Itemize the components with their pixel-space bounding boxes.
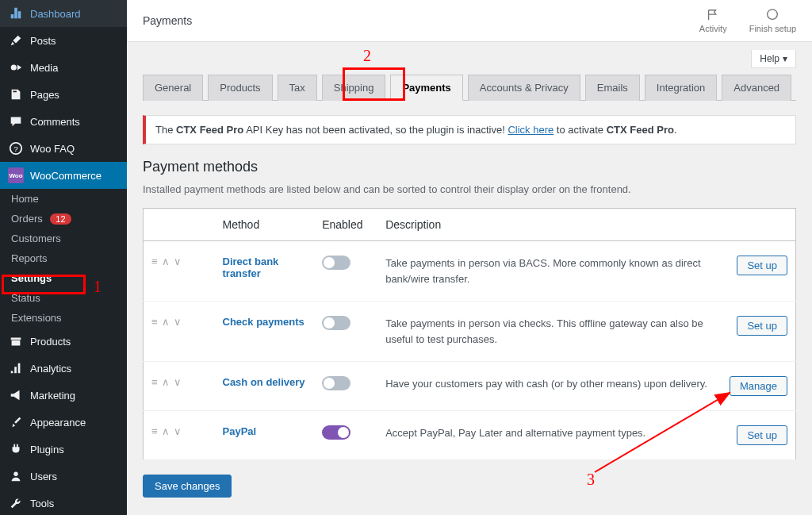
media-icon <box>8 60 24 75</box>
sidebar-label: Marketing <box>30 390 75 402</box>
payment-method-link[interactable]: Cash on delivery <box>223 376 305 388</box>
sidebar-label: Tools <box>30 498 54 509</box>
sidebar-item-plugins[interactable]: Plugins <box>0 436 127 463</box>
payment-method-link[interactable]: PayPal <box>223 425 257 437</box>
sidebar-sub-reports[interactable]: Reports <box>0 248 127 268</box>
tab-products[interactable]: Products <box>208 75 272 101</box>
move-up-icon[interactable]: ∧ <box>162 316 170 328</box>
enabled-toggle[interactable] <box>322 425 350 440</box>
sidebar-item-dashboard[interactable]: Dashboard <box>0 0 127 27</box>
sidebar-item-posts[interactable]: Posts <box>0 27 127 54</box>
col-method: Method <box>215 209 315 241</box>
help-icon: ? <box>8 140 24 156</box>
sidebar-sub-extensions[interactable]: Extensions <box>0 308 127 328</box>
pin-icon <box>8 33 24 48</box>
move-down-icon[interactable]: ∨ <box>174 256 182 267</box>
sidebar-sub-customers[interactable]: Customers <box>0 229 127 248</box>
chevron-down-icon: ▾ <box>783 53 787 64</box>
section-title: Payment methods <box>143 159 796 175</box>
sidebar-item-comments[interactable]: Comments <box>0 108 127 135</box>
move-up-icon[interactable]: ∧ <box>162 425 170 437</box>
sidebar-label: WooCommerce <box>30 170 102 182</box>
sidebar-sub-orders[interactable]: Orders 12 <box>0 209 127 229</box>
sidebar-item-analytics[interactable]: Analytics <box>0 355 127 382</box>
sidebar-item-users[interactable]: Users <box>0 463 127 490</box>
drag-handle-icon[interactable]: ≡ <box>151 425 158 437</box>
save-changes-button[interactable]: Save changes <box>143 475 232 498</box>
move-up-icon[interactable]: ∧ <box>162 376 170 388</box>
tab-advanced[interactable]: Advanced <box>722 75 791 101</box>
enabled-toggle[interactable] <box>322 256 350 270</box>
megaphone-icon <box>8 387 24 403</box>
activity-button[interactable]: Activity <box>699 8 727 33</box>
notice-link[interactable]: Click here <box>508 124 553 136</box>
notice-text: API Key has not been activated, so the p… <box>243 124 508 136</box>
svg-text:?: ? <box>13 144 18 153</box>
tab-emails[interactable]: Emails <box>585 75 640 101</box>
method-action-button[interactable]: Set up <box>737 256 787 275</box>
sidebar-item-products[interactable]: Products <box>0 328 127 355</box>
move-down-icon[interactable]: ∨ <box>174 425 182 437</box>
sidebar-item-marketing[interactable]: Marketing <box>0 382 127 409</box>
sidebar-item-woofaq[interactable]: ? Woo FAQ <box>0 135 127 162</box>
activation-notice: The CTX Feed Pro API Key has not been ac… <box>143 115 796 144</box>
finish-setup-button[interactable]: Finish setup <box>749 8 796 33</box>
enabled-toggle[interactable] <box>322 316 350 330</box>
method-description: Have your customers pay with cash (or by… <box>377 362 722 411</box>
method-action-button[interactable]: Manage <box>730 376 787 396</box>
table-row: ≡∧∨PayPalAccept PayPal, Pay Later and al… <box>144 411 796 460</box>
user-icon <box>8 468 24 484</box>
svg-point-0 <box>11 64 17 70</box>
notice-text: to activate <box>553 124 606 136</box>
drag-handle-icon[interactable]: ≡ <box>151 376 158 388</box>
sidebar-sub-home[interactable]: Home <box>0 189 127 209</box>
table-row: ≡∧∨Direct bank transferTake payments in … <box>144 241 796 302</box>
notice-text: The <box>155 124 176 136</box>
sidebar-item-pages[interactable]: Pages <box>0 81 127 108</box>
plug-icon <box>8 441 24 457</box>
sidebar-item-appearance[interactable]: Appearance <box>0 409 127 436</box>
notice-text: . <box>674 124 677 136</box>
drag-handle-icon[interactable]: ≡ <box>151 256 158 267</box>
method-description: Take payments in person via BACS. More c… <box>377 241 722 302</box>
annotation-3: 3 <box>587 471 595 489</box>
notice-bold: CTX Feed Pro <box>607 124 674 136</box>
circle-icon <box>764 8 780 22</box>
tab-integration[interactable]: Integration <box>645 75 717 101</box>
move-down-icon[interactable]: ∨ <box>174 376 182 388</box>
sidebar-sub-label: Orders <box>11 213 43 225</box>
move-up-icon[interactable]: ∧ <box>162 256 170 267</box>
notice-bold: CTX Feed Pro <box>176 124 243 136</box>
svg-point-3 <box>13 472 17 476</box>
dashboard-icon <box>8 6 24 21</box>
move-down-icon[interactable]: ∨ <box>174 316 182 328</box>
drag-handle-icon[interactable]: ≡ <box>151 316 158 328</box>
tab-tax[interactable]: Tax <box>278 75 317 101</box>
sidebar-item-tools[interactable]: Tools <box>0 490 127 515</box>
payment-method-link[interactable]: Direct bank transfer <box>223 256 279 279</box>
table-row: ≡∧∨Check paymentsTake payments in person… <box>144 302 796 362</box>
flag-icon <box>705 8 721 22</box>
sidebar-label: Plugins <box>30 444 64 455</box>
tab-general[interactable]: General <box>143 75 203 101</box>
method-action-button[interactable]: Set up <box>737 316 787 336</box>
payment-method-link[interactable]: Check payments <box>223 316 304 328</box>
orders-badge: 12 <box>50 213 71 225</box>
tab-accounts[interactable]: Accounts & Privacy <box>468 75 580 101</box>
enabled-toggle[interactable] <box>322 376 350 390</box>
tab-payments[interactable]: Payments <box>390 75 462 101</box>
svg-point-4 <box>768 10 778 20</box>
method-action-button[interactable]: Set up <box>737 425 787 445</box>
sidebar-item-woocommerce[interactable]: Woo WooCommerce <box>0 162 127 189</box>
sidebar-sub-status[interactable]: Status <box>0 288 127 308</box>
help-tab[interactable]: Help ▾ <box>751 50 796 68</box>
chart-icon <box>8 360 24 376</box>
sidebar-sub-settings[interactable]: Settings <box>0 268 127 288</box>
tab-shipping[interactable]: Shipping <box>322 75 386 101</box>
page-icon <box>8 86 24 102</box>
sidebar-item-media[interactable]: Media <box>0 54 127 81</box>
sidebar-label: Posts <box>30 35 56 47</box>
finish-label: Finish setup <box>749 24 796 33</box>
col-description: Description <box>377 209 722 241</box>
section-desc: Installed payment methods are listed bel… <box>143 183 796 195</box>
